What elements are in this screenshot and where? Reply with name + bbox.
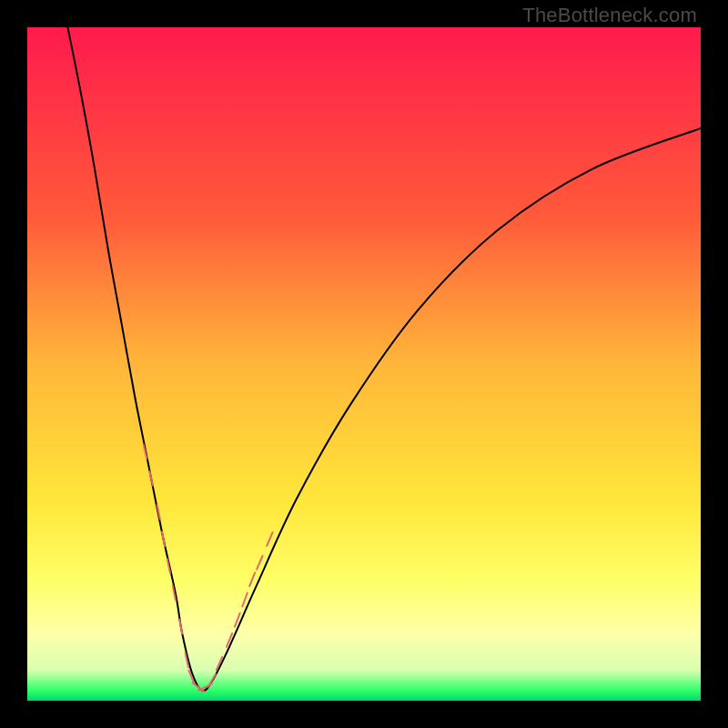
watermark-label: TheBottleneck.com [522,4,697,27]
highlight-marker [208,674,216,687]
highlight-marker [149,471,153,486]
highlight-marker [242,593,248,607]
chart-frame: TheBottleneck.com [0,0,728,728]
curve-layer [27,27,701,701]
plot-area [27,27,701,701]
bottleneck-curve [67,27,701,691]
highlight-marker [267,532,272,546]
highlight-marker [257,556,262,570]
highlight-marker [249,572,255,586]
marker-group [144,444,273,692]
